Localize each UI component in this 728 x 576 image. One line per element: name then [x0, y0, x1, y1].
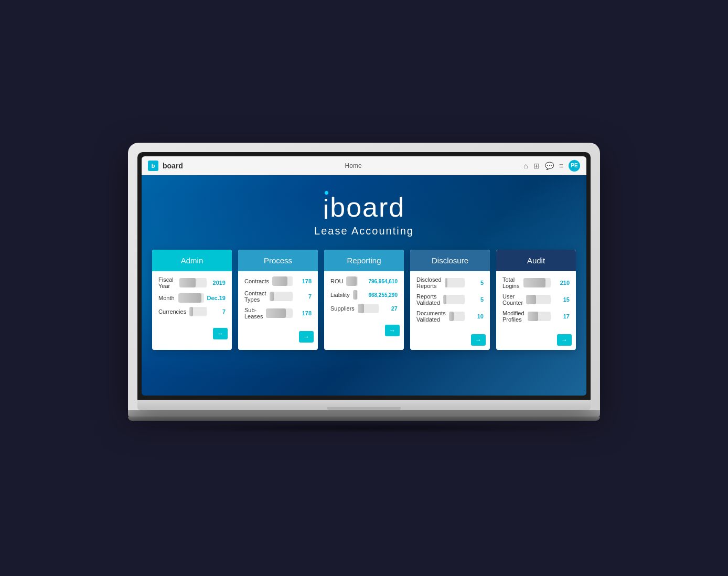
card-row-bar — [526, 295, 551, 304]
laptop-stand — [128, 410, 600, 417]
card-row-label: Suppliers — [330, 305, 355, 312]
card-row: User Counter15 — [502, 293, 570, 306]
card-row: Fiscal Year2019 — [158, 276, 226, 289]
card-body-process: Contracts178Contract Types7Sub-Leases178 — [238, 271, 318, 329]
card-row-bar — [353, 290, 358, 300]
card-footer-admin: → — [152, 326, 232, 344]
card-row-bar — [449, 312, 465, 321]
card-row: ROU796,954,610 — [330, 276, 398, 286]
arrow-button-disclosure[interactable]: → — [471, 334, 486, 346]
card-footer-audit: → — [496, 332, 576, 350]
cards-container: AdminFiscal Year2019MonthDec.19Currencie… — [152, 250, 576, 350]
card-row-label: Liability — [330, 292, 350, 298]
card-row-bar-fill — [528, 312, 538, 321]
hero-title: i board Lease Accounting — [314, 191, 414, 237]
card-row-bar-fill — [179, 278, 196, 287]
card-row-value: 796,954,610 — [361, 279, 398, 284]
card-row-bar-fill — [523, 278, 545, 287]
card-row-bar-fill — [526, 295, 536, 304]
arrow-button-admin[interactable]: → — [213, 328, 228, 339]
hero-title-board: i board — [314, 191, 414, 223]
card-row-value: 17 — [554, 313, 570, 319]
card-header-audit: Audit — [496, 250, 576, 271]
card-row-label: Reports Validated — [416, 293, 440, 306]
card-row-bar-fill — [189, 307, 193, 316]
nav-home[interactable]: Home — [345, 162, 362, 169]
card-row-value: 10 — [468, 313, 484, 319]
card-row: Suppliers27 — [330, 304, 398, 313]
card-row-value: 15 — [554, 296, 570, 303]
screen-bezel: b board Home ⌂ ⊞ 💬 ≡ PE — [137, 152, 591, 400]
card-row-bar-fill — [358, 304, 364, 313]
laptop-body: b board Home ⌂ ⊞ 💬 ≡ PE — [128, 143, 600, 410]
top-bar-center: Home — [187, 162, 519, 169]
card-row-label: Month — [158, 295, 175, 301]
card-row-value: 5 — [468, 280, 484, 286]
card-row-value: 178 — [296, 278, 312, 284]
board-i: i — [323, 191, 330, 223]
card-row-label: Sub-Leases — [244, 307, 263, 319]
card-row-value: 27 — [382, 305, 398, 312]
card-row-value: 5 — [468, 296, 484, 303]
card-row-label: Disclosed Reports — [416, 276, 442, 289]
card-row-bar-fill — [445, 278, 448, 287]
card-row-bar-fill — [346, 276, 356, 286]
laptop-base — [137, 400, 591, 410]
top-bar: b board Home ⌂ ⊞ 💬 ≡ PE — [142, 156, 586, 175]
save-icon[interactable]: ⊞ — [533, 162, 540, 170]
arrow-button-process[interactable]: → — [299, 331, 314, 343]
card-process[interactable]: ProcessContracts178Contract Types7Sub-Le… — [238, 250, 318, 350]
card-header-disclosure: Disclosure — [410, 250, 490, 271]
card-footer-process: → — [238, 329, 318, 347]
card-row: Documents Validated10 — [416, 310, 484, 323]
card-body-reporting: ROU796,954,610Liability668,255,290Suppli… — [324, 271, 404, 323]
card-row-bar — [189, 307, 207, 316]
card-row-value: Dec.19 — [207, 295, 226, 301]
card-footer-disclosure: → — [410, 332, 490, 350]
card-row-label: Total Logins — [502, 276, 520, 289]
card-row-bar — [179, 278, 207, 287]
card-row-bar — [266, 308, 293, 318]
card-row: Sub-Leases178 — [244, 307, 312, 319]
card-reporting[interactable]: ReportingROU796,954,610Liability668,255,… — [324, 250, 404, 350]
card-row-label: ROU — [330, 278, 343, 284]
card-row-label: Contract Types — [244, 290, 266, 303]
card-row-bar — [358, 304, 379, 313]
card-row: MonthDec.19 — [158, 293, 226, 303]
card-row-value: 7 — [296, 293, 312, 300]
card-row: Total Logins210 — [502, 276, 570, 289]
menu-icon[interactable]: ≡ — [559, 162, 563, 170]
card-admin[interactable]: AdminFiscal Year2019MonthDec.19Currencie… — [152, 250, 232, 350]
card-row-value: 178 — [296, 310, 312, 316]
user-avatar[interactable]: PE — [569, 160, 580, 172]
card-row-label: Fiscal Year — [158, 276, 176, 289]
card-row-label: Documents Validated — [416, 310, 446, 323]
arrow-button-audit[interactable]: → — [557, 334, 572, 346]
laptop-container: b board Home ⌂ ⊞ 💬 ≡ PE — [128, 143, 600, 433]
card-row-bar — [443, 295, 465, 304]
card-row-bar — [270, 292, 293, 301]
card-body-disclosure: Disclosed Reports5Reports Validated5Docu… — [410, 271, 490, 332]
card-row: Liability668,255,290 — [330, 290, 398, 300]
card-footer-reporting: → — [324, 323, 404, 340]
card-row-value: 2019 — [210, 280, 226, 286]
card-row-label: Currencies — [158, 308, 186, 315]
card-disclosure[interactable]: DisclosureDisclosed Reports5Reports Vali… — [410, 250, 490, 350]
card-row-bar-fill — [270, 292, 274, 301]
top-bar-icons: ⌂ ⊞ 💬 ≡ PE — [523, 160, 580, 172]
card-row: Contract Types7 — [244, 290, 312, 303]
card-row-bar-fill — [178, 293, 201, 303]
arrow-button-reporting[interactable]: → — [385, 325, 400, 336]
card-row-bar-fill — [266, 308, 286, 318]
card-header-process: Process — [238, 250, 318, 271]
card-row-bar — [178, 293, 204, 303]
chat-icon[interactable]: 💬 — [545, 162, 554, 170]
card-audit[interactable]: AuditTotal Logins210User Counter15Modifi… — [496, 250, 576, 350]
home-icon[interactable]: ⌂ — [523, 162, 528, 170]
card-row: Contracts178 — [244, 276, 312, 286]
card-row: Currencies7 — [158, 307, 226, 316]
logo-icon: b — [148, 161, 158, 171]
card-row-value: 7 — [210, 308, 226, 315]
card-row: Reports Validated5 — [416, 293, 484, 306]
card-body-admin: Fiscal Year2019MonthDec.19Currencies7 — [152, 271, 232, 326]
